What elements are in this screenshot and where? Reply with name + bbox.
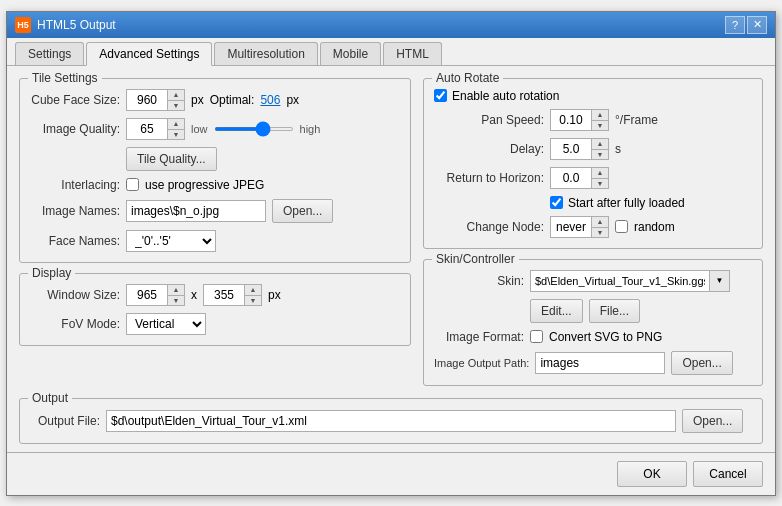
tab-html[interactable]: HTML [383,42,442,65]
tile-quality-row: Tile Quality... [30,147,400,171]
window-title: HTML5 Output [37,18,116,32]
delay-up[interactable]: ▲ [592,139,608,149]
delay-unit: s [615,142,621,156]
output-title: Output [28,391,72,405]
ok-button[interactable]: OK [617,461,687,487]
window-size-unit: px [268,288,281,302]
main-content: Tile Settings Cube Face Size: ▲ ▼ px Opt… [7,66,775,398]
output-file-field[interactable] [106,410,676,432]
return-horizon-field[interactable] [551,168,591,188]
skin-dropdown[interactable]: ▼ [530,270,730,292]
output-group: Output Output File: Open... [19,398,763,444]
change-node-input[interactable]: ▲ ▼ [550,216,609,238]
image-output-path-field[interactable] [535,352,665,374]
window-size-x: x [191,288,197,302]
output-open-button[interactable]: Open... [682,409,743,433]
interlacing-checkbox[interactable] [126,178,139,191]
window-height-input[interactable]: ▲ ▼ [203,284,262,306]
pan-speed-up[interactable]: ▲ [592,110,608,120]
image-quality-spin: ▲ ▼ [167,119,184,139]
optimal-label: Optimal: [210,93,255,107]
return-horizon-spin: ▲ ▼ [591,168,608,188]
delay-input[interactable]: ▲ ▼ [550,138,609,160]
return-horizon-down[interactable]: ▼ [592,178,608,188]
tab-mobile[interactable]: Mobile [320,42,381,65]
image-format-label: Image Format: [434,330,524,344]
enable-auto-rotate-checkbox[interactable] [434,89,447,102]
delay-down[interactable]: ▼ [592,149,608,159]
window-height-spin: ▲ ▼ [244,285,261,305]
bottom-bar: OK Cancel [7,452,775,495]
output-section: Output Output File: Open... [19,398,763,444]
skin-field[interactable] [531,271,709,291]
change-node-field[interactable] [551,217,591,237]
image-quality-down[interactable]: ▼ [168,129,184,139]
window-height-down[interactable]: ▼ [245,295,261,305]
window-width-field[interactable] [127,285,167,305]
pan-speed-down[interactable]: ▼ [592,120,608,130]
window-width-up[interactable]: ▲ [168,285,184,295]
skin-label: Skin: [434,274,524,288]
cube-face-size-field[interactable] [127,90,167,110]
output-file-label: Output File: [30,414,100,428]
random-checkbox[interactable] [615,220,628,233]
output-file-row: Output File: Open... [30,409,752,433]
convert-svg-checkbox[interactable] [530,330,543,343]
help-button[interactable]: ? [725,16,745,34]
title-bar: H5 HTML5 Output ? ✕ [7,12,775,38]
delay-field[interactable] [551,139,591,159]
quality-slider-container: low high [191,123,320,135]
display-group: Display Window Size: ▲ ▼ x [19,273,411,346]
auto-rotate-title: Auto Rotate [432,71,503,85]
fov-mode-select[interactable]: Vertical Horizontal [126,313,206,335]
tab-settings[interactable]: Settings [15,42,84,65]
image-quality-up[interactable]: ▲ [168,119,184,129]
window-height-field[interactable] [204,285,244,305]
tab-advanced-settings[interactable]: Advanced Settings [86,42,212,66]
cube-face-size-input[interactable]: ▲ ▼ [126,89,185,111]
image-quality-field[interactable] [127,119,167,139]
start-after-checkbox[interactable] [550,196,563,209]
display-title: Display [28,266,75,280]
quality-slider[interactable] [214,127,294,131]
image-names-open-button[interactable]: Open... [272,199,333,223]
fov-mode-label: FoV Mode: [30,317,120,331]
window-width-input[interactable]: ▲ ▼ [126,284,185,306]
window-width-down[interactable]: ▼ [168,295,184,305]
change-node-down[interactable]: ▼ [592,227,608,237]
tab-multiresolution[interactable]: Multiresolution [214,42,317,65]
cube-face-size-label: Cube Face Size: [30,93,120,107]
start-after-row: Start after fully loaded [550,196,752,210]
image-names-field[interactable] [126,200,266,222]
skin-file-button[interactable]: File... [589,299,640,323]
image-quality-input[interactable]: ▲ ▼ [126,118,185,140]
cube-face-size-up[interactable]: ▲ [168,90,184,100]
change-node-label: Change Node: [434,220,544,234]
return-horizon-input[interactable]: ▲ ▼ [550,167,609,189]
change-node-row: Change Node: ▲ ▼ random [434,216,752,238]
cube-face-size-down[interactable]: ▼ [168,100,184,110]
window-height-up[interactable]: ▲ [245,285,261,295]
skin-edit-button[interactable]: Edit... [530,299,583,323]
pan-speed-input[interactable]: ▲ ▼ [550,109,609,131]
tab-bar: Settings Advanced Settings Multiresoluti… [7,38,775,66]
pan-speed-row: Pan Speed: ▲ ▼ °/Frame [434,109,752,131]
return-horizon-up[interactable]: ▲ [592,168,608,178]
tile-quality-button[interactable]: Tile Quality... [126,147,217,171]
start-after-label: Start after fully loaded [568,196,685,210]
change-node-up[interactable]: ▲ [592,217,608,227]
optimal-value-link[interactable]: 506 [260,93,280,107]
cancel-button[interactable]: Cancel [693,461,763,487]
app-icon: H5 [15,17,31,33]
interlacing-row: Interlacing: use progressive JPEG [30,178,400,192]
image-output-open-button[interactable]: Open... [671,351,732,375]
delay-row: Delay: ▲ ▼ s [434,138,752,160]
pan-speed-field[interactable] [551,110,591,130]
image-quality-row: Image Quality: ▲ ▼ low high [30,118,400,140]
close-button[interactable]: ✕ [747,16,767,34]
tile-settings-group: Tile Settings Cube Face Size: ▲ ▼ px Opt… [19,78,411,263]
skin-dropdown-arrow[interactable]: ▼ [709,271,729,291]
face-names-select[interactable]: _'0'..'5' [126,230,216,252]
interlacing-label: Interlacing: [30,178,120,192]
random-label: random [634,220,675,234]
